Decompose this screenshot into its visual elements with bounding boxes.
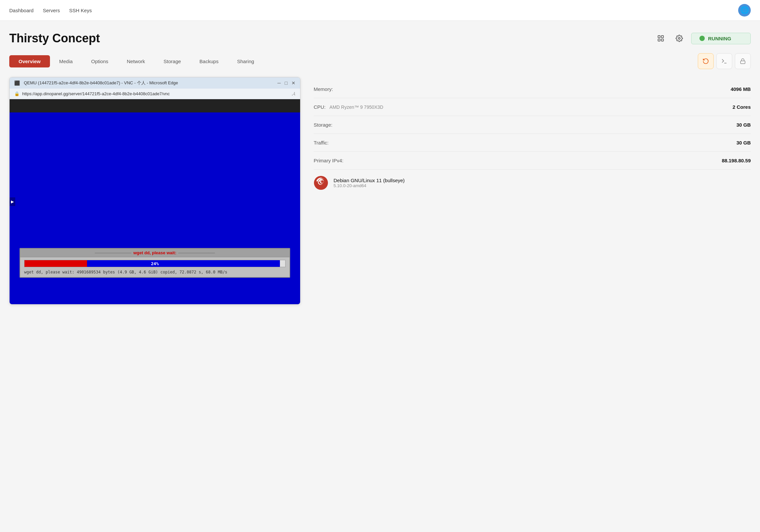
page-title: Thirsty Concept	[9, 31, 100, 45]
svg-rect-6	[740, 61, 745, 64]
svg-rect-3	[661, 39, 663, 41]
server-settings-icon[interactable]	[654, 32, 667, 45]
header-actions: RUNNING	[654, 32, 751, 45]
refresh-button[interactable]	[698, 53, 714, 69]
os-row: Debian GNU/Linux 11 (bullseye) 5.10.0-20…	[314, 170, 751, 196]
wget-status-text: wget dd, please wait: 4901689534 bytes (…	[24, 270, 286, 274]
vnc-sidebar-arrow[interactable]: ▶	[10, 198, 15, 206]
right-panel: Memory: 4096 MB CPU: AMD Ryzen™ 9 7950X3…	[314, 77, 751, 304]
traffic-value: 30 GB	[736, 140, 751, 146]
vnc-screen[interactable]: ▶ ──────────── wget dd, please wait: ───…	[10, 99, 300, 304]
svg-rect-2	[658, 39, 660, 41]
tab-media[interactable]: Media	[50, 55, 82, 67]
vnc-container: ⬛ QEMU (144721f5-a2ce-4df4-8b2e-b4408c01…	[9, 77, 301, 304]
debian-logo	[314, 176, 328, 190]
cpu-label: CPU:	[314, 104, 326, 110]
tab-network[interactable]: Network	[118, 55, 154, 67]
wget-dialog: ──────────── wget dd, please wait: ─────…	[20, 248, 290, 278]
nav-links: Dashboard Servers SSH Keys	[9, 8, 92, 13]
status-badge: RUNNING	[691, 33, 751, 44]
ipv4-label: Primary IPv4:	[314, 158, 344, 163]
os-name: Debian GNU/Linux 11 (bullseye)	[334, 178, 404, 183]
wget-progress-blue	[87, 260, 280, 267]
browser-titlebar: ⬛ QEMU (144721f5-a2ce-4df4-8b2e-b4408c01…	[10, 77, 300, 89]
tab-overview[interactable]: Overview	[9, 55, 50, 67]
status-label: RUNNING	[708, 36, 731, 41]
maximize-button[interactable]: □	[285, 80, 288, 86]
storage-row: Storage: 30 GB	[314, 116, 751, 134]
storage-label: Storage:	[314, 122, 333, 128]
tab-backups[interactable]: Backups	[190, 55, 228, 67]
svg-point-4	[678, 37, 680, 39]
gear-icon[interactable]	[673, 32, 686, 45]
storage-value: 30 GB	[736, 122, 751, 128]
browser-addressbar: 🔒 https://app.dinopanel.gg/server/144721…	[10, 89, 300, 99]
tabs-row: Overview Media Options Network Storage B…	[9, 53, 751, 69]
terminal-button[interactable]	[716, 53, 732, 69]
ipv4-row: Primary IPv4: 88.198.80.59	[314, 152, 751, 170]
wget-percent: 24%	[151, 261, 159, 266]
ipv4-value: 88.198.80.59	[722, 158, 751, 163]
wget-progress-red	[24, 260, 87, 267]
cpu-left: CPU: AMD Ryzen™ 9 7950X3D	[314, 104, 383, 110]
user-avatar[interactable]: 🌐	[738, 4, 751, 17]
address-lock-icon: 🔒	[14, 91, 20, 96]
tab-options[interactable]: Options	[82, 55, 118, 67]
cpu-row: CPU: AMD Ryzen™ 9 7950X3D 2 Cores	[314, 98, 751, 116]
url-bar[interactable]: https://app.dinopanel.gg/server/144721f5…	[22, 91, 289, 96]
wget-title-bar: ──────────── wget dd, please wait: ─────…	[20, 249, 290, 257]
traffic-label: Traffic:	[314, 140, 329, 146]
wget-progress-bar: 24%	[24, 260, 286, 267]
status-dot	[699, 36, 705, 41]
nav-sshkeys[interactable]: SSH Keys	[69, 8, 92, 13]
memory-label: Memory:	[314, 86, 333, 92]
avatar-icon: 🌐	[740, 6, 749, 15]
tab-actions	[698, 53, 751, 69]
os-kernel: 5.10.0-20-amd64	[334, 183, 404, 188]
content-area: ⬛ QEMU (144721f5-a2ce-4df4-8b2e-b4408c01…	[9, 77, 751, 304]
browser-controls: ─ □ ✕	[278, 80, 296, 86]
wget-title: wget dd, please wait:	[133, 250, 176, 255]
tab-sharing[interactable]: Sharing	[228, 55, 263, 67]
memory-row: Memory: 4096 MB	[314, 80, 751, 98]
svg-rect-0	[658, 36, 660, 38]
close-button[interactable]: ✕	[292, 80, 296, 86]
tab-storage[interactable]: Storage	[154, 55, 190, 67]
svg-rect-1	[661, 36, 663, 38]
vnc-top-bar	[10, 99, 300, 112]
cpu-cores: 2 Cores	[733, 104, 751, 110]
nav-servers[interactable]: Servers	[43, 8, 60, 13]
cpu-model: AMD Ryzen™ 9 7950X3D	[330, 105, 383, 110]
reader-mode-icon[interactable]: 𝓐	[292, 91, 296, 97]
nav-dashboard[interactable]: Dashboard	[9, 8, 33, 13]
main-wrapper: Thirsty Concept RUNNING	[0, 21, 760, 315]
os-info: Debian GNU/Linux 11 (bullseye) 5.10.0-20…	[334, 178, 404, 188]
server-header: Thirsty Concept RUNNING	[9, 31, 751, 45]
browser-window: ⬛ QEMU (144721f5-a2ce-4df4-8b2e-b4408c01…	[9, 77, 301, 304]
wget-progress-area: 24% wget dd, please wait: 4901689534 byt…	[20, 257, 290, 277]
traffic-row: Traffic: 30 GB	[314, 134, 751, 152]
browser-title: QEMU (144721f5-a2ce-4df4-8b2e-b4408c01ad…	[24, 80, 274, 86]
minimize-button[interactable]: ─	[278, 80, 281, 86]
browser-favicon: ⬛	[14, 80, 20, 86]
top-nav: Dashboard Servers SSH Keys 🌐	[0, 0, 760, 21]
lock-button[interactable]	[735, 53, 751, 69]
memory-value: 4096 MB	[731, 86, 751, 92]
